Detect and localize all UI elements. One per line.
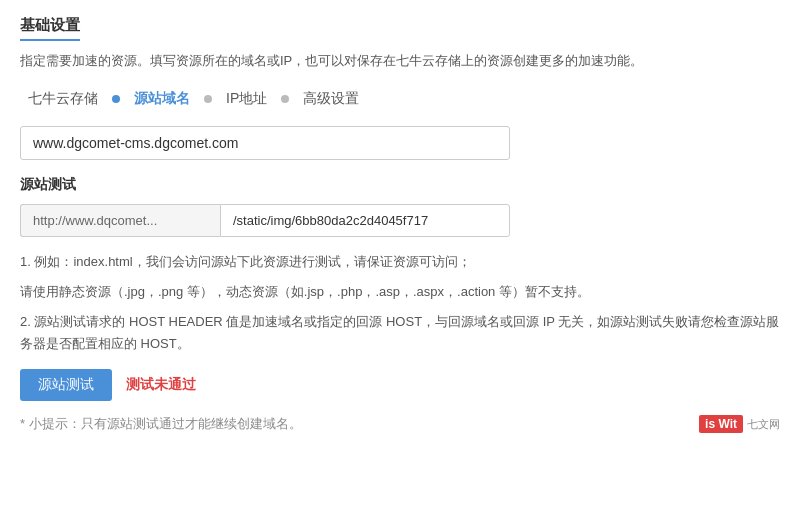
tab-qiniu-storage[interactable]: 七牛云存储	[20, 86, 106, 112]
bottom-row: * 小提示：只有源站测试通过才能继续创建域名。 is Wit 七文网	[20, 415, 780, 433]
test-row	[20, 204, 780, 237]
logo-sub: 七文网	[747, 417, 780, 432]
note-item-2: 请使用静态资源（.jpg，.png 等），动态资源（如.jsp，.php，.as…	[20, 281, 780, 303]
notes-list: 1. 例如：index.html，我们会访问源站下此资源进行测试，请保证资源可访…	[20, 251, 780, 355]
tab-advanced-settings[interactable]: 高级设置	[295, 86, 367, 112]
description: 指定需要加速的资源。填写资源所在的域名或IP，也可以对保存在七牛云存储上的资源创…	[20, 51, 780, 72]
note-item-1: 1. 例如：index.html，我们会访问源站下此资源进行测试，请保证资源可访…	[20, 251, 780, 273]
note-item-3: 2. 源站测试请求的 HOST HEADER 值是加速域名或指定的回源 HOST…	[20, 311, 780, 355]
tab-dot-3	[281, 95, 289, 103]
logo-area: is Wit 七文网	[699, 415, 780, 433]
action-row: 源站测试 测试未通过	[20, 369, 780, 401]
test-status: 测试未通过	[126, 376, 196, 394]
test-url-prefix[interactable]	[20, 204, 220, 237]
domain-input[interactable]	[20, 126, 510, 160]
test-button[interactable]: 源站测试	[20, 369, 112, 401]
section-title: 基础设置	[20, 16, 80, 41]
tab-ip-address[interactable]: IP地址	[218, 86, 275, 112]
origin-test-title: 源站测试	[20, 176, 780, 194]
tabs-row: 七牛云存储 源站域名 IP地址 高级设置	[20, 86, 780, 112]
hint-text: * 小提示：只有源站测试通过才能继续创建域名。	[20, 415, 302, 433]
tab-origin-domain[interactable]: 源站域名	[126, 86, 198, 112]
tab-dot-2	[204, 95, 212, 103]
logo-badge: is Wit	[699, 415, 743, 433]
test-url-path[interactable]	[220, 204, 510, 237]
tab-dot-1	[112, 95, 120, 103]
